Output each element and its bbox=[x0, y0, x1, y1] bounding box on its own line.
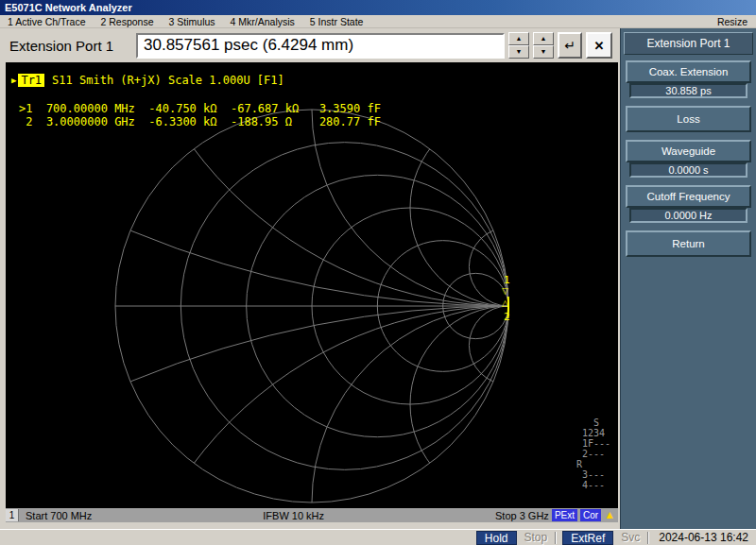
marker1-label: 1 bbox=[504, 274, 510, 286]
trace-status-line: 2--- bbox=[576, 449, 610, 459]
spin-down-fine-button[interactable]: ▼ bbox=[533, 45, 554, 59]
trace-status-line: 4--- bbox=[576, 480, 610, 490]
spin-down-coarse-button[interactable]: ▼ bbox=[508, 45, 529, 59]
trace-title-row: ▶ Tr1 S11 Smith (R+jX) Scale 1.000U [F1] bbox=[11, 74, 284, 87]
trace-scale-status: S 1234 1F--- 2--- R 3--- 4--- bbox=[576, 417, 610, 490]
hold-indicator: Hold bbox=[476, 531, 517, 545]
loss-button[interactable]: Loss bbox=[626, 106, 751, 132]
close-entry-button[interactable]: ✕ bbox=[586, 32, 612, 59]
window-title: E5071C Network Analyzer bbox=[5, 2, 132, 13]
spinner-coarse: ▲ ▼ bbox=[508, 32, 529, 59]
menu-response[interactable]: 2 Response bbox=[93, 16, 161, 27]
marker1-triangle-icon[interactable]: ▽ bbox=[502, 286, 508, 297]
warning-triangle-icon: ▲ bbox=[604, 509, 615, 521]
menu-bar: 1 Active Ch/Trace 2 Response 3 Stimulus … bbox=[0, 15, 756, 28]
trace-status-line: 1234 bbox=[576, 428, 610, 438]
marker2-triangle-icon[interactable]: △ bbox=[502, 298, 508, 309]
separator bbox=[647, 532, 649, 544]
return-button[interactable]: Return bbox=[626, 230, 751, 257]
trace-status-line: 1F--- bbox=[576, 438, 610, 449]
svc-indicator: Svc bbox=[621, 531, 640, 544]
trace-format-title: S11 Smith (R+jX) Scale 1.000U [F1] bbox=[52, 74, 284, 87]
menu-active-ch-trace[interactable]: 1 Active Ch/Trace bbox=[0, 16, 93, 27]
separator bbox=[555, 532, 557, 544]
trace-name-badge[interactable]: Tr1 bbox=[18, 74, 44, 87]
waveguide-value: 0.0000 s bbox=[629, 162, 747, 178]
spin-up-coarse-button[interactable]: ▲ bbox=[508, 32, 529, 45]
enter-button[interactable]: ↵ bbox=[558, 32, 582, 59]
marker1-readout: >1 700.00000 MHz -40.750 kΩ -67.687 kΩ 3… bbox=[19, 102, 381, 115]
channel-number: 1 bbox=[6, 509, 19, 521]
start-frequency: Start 700 MHz bbox=[26, 510, 92, 521]
active-trace-arrow-icon: ▶ bbox=[11, 76, 16, 85]
entry-toolbar: Extension Port 1 ▲ ▼ ▲ ▼ ↵ ✕ bbox=[0, 28, 620, 62]
smith-chart bbox=[112, 106, 512, 506]
extref-indicator: ExtRef bbox=[562, 531, 613, 545]
plot-area: ▶ Tr1 S11 Smith (R+jX) Scale 1.000U [F1]… bbox=[6, 62, 618, 522]
trace-status-line: 3--- bbox=[576, 469, 610, 480]
extension-value-input[interactable] bbox=[136, 33, 505, 59]
trace-status-line: S bbox=[576, 417, 610, 428]
status-bar: Hold Stop ExtRef Svc 2024-06-13 16:42 bbox=[0, 529, 756, 545]
cutoff-frequency-value: 0.0000 Hz bbox=[629, 208, 747, 223]
channel-status-bar: 1 Start 700 MHz IFBW 10 kHz Stop 3 GHz P… bbox=[6, 508, 618, 522]
entry-label: Extension Port 1 bbox=[9, 38, 132, 54]
stop-indicator: Stop bbox=[524, 531, 548, 544]
coax-extension-value: 30.858 ps bbox=[629, 83, 747, 98]
spin-up-fine-button[interactable]: ▲ bbox=[533, 32, 554, 45]
softkey-menu: Extension Port 1 Coax. Extension 30.858 … bbox=[620, 28, 756, 529]
ifbw-readout: IFBW 10 kHz bbox=[263, 510, 324, 521]
menu-resize[interactable]: Resize bbox=[709, 16, 756, 27]
pext-badge: PExt bbox=[552, 509, 577, 521]
datetime: 2024-06-13 16:42 bbox=[659, 531, 748, 544]
title-bar: E5071C Network Analyzer bbox=[0, 0, 756, 15]
marker-readouts: >1 700.00000 MHz -40.750 kΩ -67.687 kΩ 3… bbox=[19, 102, 381, 128]
trace-status-line: R bbox=[576, 459, 610, 469]
waveguide-button[interactable]: Waveguide bbox=[626, 140, 751, 162]
stop-frequency: Stop 3 GHz bbox=[495, 510, 549, 521]
cutoff-frequency-button[interactable]: Cutoff Frequency bbox=[626, 185, 751, 208]
cor-badge: Cor bbox=[580, 509, 601, 521]
softkey-menu-title: Extension Port 1 bbox=[624, 32, 753, 55]
menu-stimulus[interactable]: 3 Stimulus bbox=[162, 16, 223, 27]
coax-extension-button[interactable]: Coax. Extension bbox=[626, 60, 751, 83]
marker2-readout: 2 3.0000000 GHz -6.3300 kΩ -188.95 Ω 280… bbox=[19, 115, 381, 128]
menu-instr-state[interactable]: 5 Instr State bbox=[302, 16, 371, 27]
spinner-fine: ▲ ▼ bbox=[533, 32, 554, 59]
marker2-label: 2 bbox=[504, 311, 510, 323]
menu-mkr-analysis[interactable]: 4 Mkr/Analysis bbox=[223, 16, 302, 27]
